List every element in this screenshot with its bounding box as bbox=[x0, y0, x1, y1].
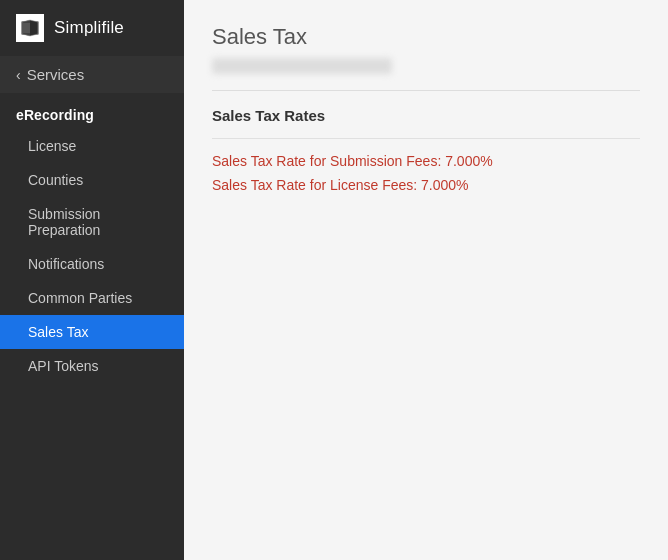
section-title: Sales Tax Rates bbox=[212, 107, 640, 124]
sidebar-item-submission-preparation[interactable]: Submission Preparation bbox=[0, 197, 184, 247]
logo-text: Simplifile bbox=[54, 18, 124, 38]
sidebar-item-common-parties[interactable]: Common Parties bbox=[0, 281, 184, 315]
sidebar-item-notifications[interactable]: Notifications bbox=[0, 247, 184, 281]
sidebar-nav: eRecording License Counties Submission P… bbox=[0, 93, 184, 560]
back-arrow-icon: ‹ bbox=[16, 67, 21, 83]
back-button[interactable]: ‹ Services bbox=[0, 56, 184, 93]
license-fee-rate: Sales Tax Rate for License Fees: 7.000% bbox=[212, 177, 640, 193]
sidebar-item-license[interactable]: License bbox=[0, 129, 184, 163]
sidebar: Simplifile ‹ Services eRecording License… bbox=[0, 0, 184, 560]
subtitle-blurred bbox=[212, 58, 392, 74]
nav-group-header: eRecording bbox=[0, 97, 184, 129]
section-divider bbox=[212, 138, 640, 139]
logo-icon bbox=[16, 14, 44, 42]
logo-area: Simplifile bbox=[0, 0, 184, 56]
sidebar-item-counties[interactable]: Counties bbox=[0, 163, 184, 197]
title-divider bbox=[212, 90, 640, 91]
sidebar-item-api-tokens[interactable]: API Tokens bbox=[0, 349, 184, 383]
submission-fee-rate: Sales Tax Rate for Submission Fees: 7.00… bbox=[212, 153, 640, 169]
sidebar-item-sales-tax[interactable]: Sales Tax bbox=[0, 315, 184, 349]
page-title: Sales Tax bbox=[212, 24, 640, 50]
back-label: Services bbox=[27, 66, 85, 83]
main-content: Sales Tax Sales Tax Rates Sales Tax Rate… bbox=[184, 0, 668, 560]
